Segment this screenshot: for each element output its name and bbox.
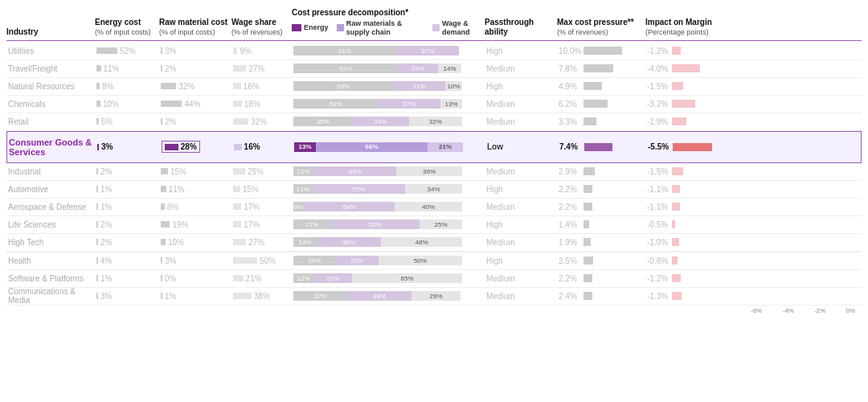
cell-pressure: 14% 38% 48% [292, 234, 485, 251]
passthrough-value: High [486, 82, 503, 91]
pressure-bar: 59% 31% 10% [293, 81, 462, 91]
cell-wage: 27% [231, 234, 292, 251]
cell-energy: 52% [95, 43, 159, 59]
wage-bar: 27% [233, 238, 264, 247]
impact-bar-fill [672, 82, 683, 90]
cell-passthrough: Low [485, 132, 558, 162]
cell-wage: 16% [231, 78, 292, 95]
energy-value: 1% [100, 185, 112, 194]
pressure-seg2: 34% [352, 117, 408, 126]
pressure-bar: 35% 34% 32% [293, 117, 462, 126]
pressure-bar: 50% 37% 13% [293, 99, 462, 109]
pressure-bar: 22% 53% 25% [293, 219, 462, 229]
wage-value: 27% [248, 64, 264, 73]
raw-bar-fill [161, 203, 165, 210]
industry-name: Communications & Media [8, 287, 93, 305]
impact-bar-fill [672, 256, 678, 265]
impact-value: -5.5% [648, 142, 670, 151]
passthrough-value: High [486, 47, 503, 55]
wage-bar: 9% [233, 47, 252, 55]
wage-bar-fill [233, 47, 237, 54]
cell-industry: Automotive [6, 181, 95, 198]
energy-color-swatch [292, 24, 301, 31]
raw-bar-fill [161, 186, 166, 192]
energy-bar-fill [96, 168, 98, 174]
pressure-seg2: 37% [378, 99, 440, 109]
passthrough-value: High [486, 220, 503, 229]
impact-bar: -0.5% [647, 220, 675, 229]
raw-bar-fill [161, 100, 182, 107]
raw-value: 15% [170, 167, 186, 176]
raw-value: 0% [165, 274, 176, 283]
impact-bar: -0.8% [647, 256, 678, 265]
pressure-seg3: 48% [381, 237, 462, 247]
cell-raw: 44% [159, 96, 231, 113]
table-row: Retail 5% 2% 32% 35% 34% 32% Medium 3.3%… [6, 113, 862, 131]
impact-bar: -1.1% [647, 203, 680, 211]
pressure-seg3: 13% [440, 99, 462, 109]
impact-bar-fill [672, 274, 681, 282]
energy-bar-fill [96, 65, 101, 72]
pressure-seg1: 12% [293, 166, 313, 176]
energy-value: 52% [120, 47, 136, 55]
wage-value: 17% [244, 203, 260, 211]
energy-value: 2% [100, 167, 112, 176]
maxcost-bar: 2.2% [559, 274, 592, 283]
impact-bar: -1.3% [647, 292, 682, 301]
raw-bar-fill [161, 221, 170, 228]
raw-bar: 3% [161, 256, 176, 265]
cell-pressure: 62% 24% 14% [292, 60, 485, 77]
cell-passthrough: High [485, 43, 557, 59]
cell-passthrough: Medium [485, 288, 557, 305]
cell-maxcost: 2.2% [557, 270, 645, 287]
wage-value: 9% [240, 47, 251, 55]
cell-industry: Chemicals [6, 96, 95, 113]
cell-energy: 2% [95, 216, 159, 233]
wage-bar: 32% [233, 117, 267, 126]
energy-value: 2% [100, 238, 112, 247]
cell-pressure: 61% 37% [292, 43, 485, 59]
pressure-seg2: 38% [347, 291, 411, 301]
wage-bar-fill [233, 221, 241, 228]
impact-bar-fill [672, 117, 686, 125]
raw-bar-fill [161, 293, 162, 299]
cell-wage: 9% [231, 43, 292, 59]
impact-bar: -1.9% [647, 117, 686, 126]
pressure-seg1: 32% [293, 291, 347, 301]
wage-value: 16% [244, 82, 260, 91]
wage-bar-fill [233, 83, 241, 89]
impact-bar: -3.2% [647, 100, 695, 109]
raw-value: 28% [181, 142, 197, 151]
maxcost-bar-fill [583, 185, 592, 193]
maxcost-bar: 2.4% [559, 292, 592, 301]
wage-bar-fill [233, 239, 246, 245]
industry-name: Industrial [8, 167, 41, 176]
maxcost-bar: 3.3% [559, 117, 596, 126]
cell-maxcost: 7.8% [557, 60, 645, 77]
pressure-seg1: 25% [293, 256, 336, 265]
table-row: Communications & Media 3% 1% 38% 32% 38%… [6, 288, 862, 306]
cell-pressure: 22% 53% 25% [292, 216, 485, 233]
cell-pressure: 32% 38% 29% [292, 288, 485, 305]
cell-impact: -1.5% [645, 78, 750, 95]
cell-wage: 25% [231, 163, 292, 180]
maxcost-value: 2.2% [559, 185, 581, 194]
passthrough-value: High [486, 185, 503, 194]
pressure-seg2: 31% [393, 81, 445, 91]
energy-bar-fill [96, 221, 98, 228]
impact-bar: -4.0% [647, 64, 700, 73]
impact-bar: -1.2% [647, 274, 681, 283]
cell-impact: -1.9% [645, 113, 750, 130]
cell-industry: High Tech [6, 234, 95, 251]
raw-value: 32% [178, 82, 194, 91]
energy-bar-fill [96, 83, 100, 89]
cell-energy: 1% [95, 181, 159, 198]
energy-value: 5% [101, 117, 113, 126]
energy-bar-fill [96, 186, 98, 192]
table-body: Utilities 52% 3% 9% 61% 37% High 10.0% -… [6, 43, 862, 306]
wage-bar-fill [233, 65, 246, 72]
energy-bar: 10% [96, 100, 119, 109]
maxcost-bar-fill [583, 220, 589, 228]
legend-wage: Wage & demand [432, 19, 485, 37]
maxcost-bar: 4.9% [559, 82, 602, 91]
